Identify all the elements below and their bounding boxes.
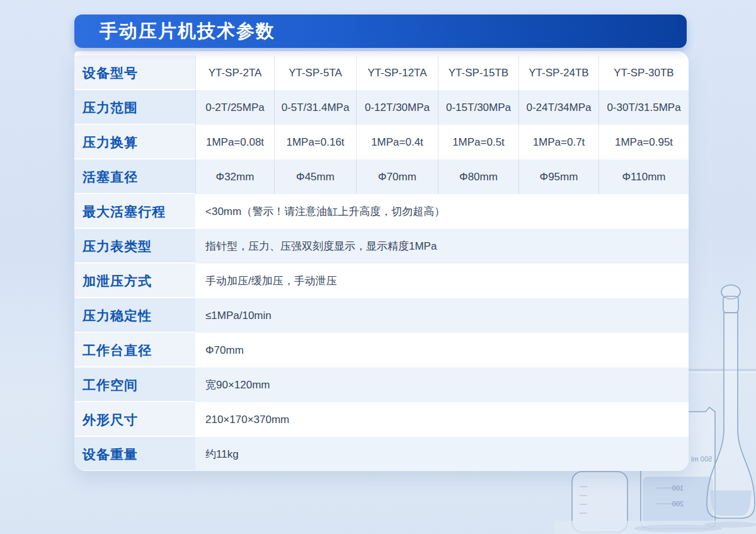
row-value: YT-SP-24TB (518, 55, 598, 90)
row-label: 设备型号 (74, 55, 195, 90)
row-label: 工作空间 (74, 368, 195, 402)
row-value: 1MPa=0.16t (274, 125, 356, 160)
row-value: 1MPa=0.4t (356, 125, 438, 160)
row-value: YT-SP-12TA (356, 55, 438, 90)
row-label: 压力稳定性 (74, 298, 195, 333)
row-label: 压力换算 (74, 125, 195, 160)
table-row-worktable-diameter: 工作台直径 Φ70mm (74, 333, 689, 368)
row-value: 1MPa=0.7t (518, 125, 598, 160)
row-value: 0-12T/30MPa (356, 90, 438, 125)
row-value: ≤1MPa/10min (195, 298, 689, 333)
row-value: 0-15T/30MPa (438, 90, 518, 125)
volumetric-flask-icon (707, 285, 755, 518)
row-value: 0-5T/31.4MPa (274, 90, 356, 125)
table-row-working-space: 工作空间 宽90×120mm (74, 368, 689, 402)
row-label: 压力表类型 (74, 229, 195, 264)
row-label: 活塞直径 (74, 160, 195, 194)
row-value: YT-SP-15TB (438, 55, 518, 90)
row-value: Φ45mm (274, 160, 356, 194)
table-row-gauge-type: 压力表类型 指针型，压力、压强双刻度显示，显示精度1MPa (74, 229, 689, 264)
row-value: 0-30T/31.5MPa (598, 90, 689, 125)
title-banner: 手动压片机技术参数 (74, 15, 687, 48)
row-value: 1MPa=0.08t (195, 125, 274, 160)
row-label: 最大活塞行程 (74, 194, 195, 229)
row-label: 加泄压方式 (74, 264, 195, 298)
table-row-device-weight: 设备重量 约11kg (74, 437, 689, 471)
row-value: YT-SP-2TA (195, 55, 274, 90)
row-label: 工作台直径 (74, 333, 195, 368)
row-value: <30mm（警示！请注意油缸上升高度，切勿超高） (195, 194, 689, 229)
table-row-piston-diameter: 活塞直径 Φ32mm Φ45mm Φ70mm Φ80mm Φ95mm Φ110m… (74, 160, 689, 194)
row-value: 210×170×370mm (195, 402, 689, 437)
table-row-pressure-conversion: 压力换算 1MPa=0.08t 1MPa=0.16t 1MPa=0.4t 1MP… (74, 125, 689, 160)
table-row-outer-dimensions: 外形尺寸 210×170×370mm (74, 402, 689, 437)
row-value: 指针型，压力、压强双刻度显示，显示精度1MPa (195, 229, 689, 264)
row-value: 0-24T/34MPa (518, 90, 598, 125)
spec-table-card: 设备型号 YT-SP-2TA YT-SP-5TA YT-SP-12TA YT-S… (74, 51, 689, 471)
row-value: YT-SP-30TB (598, 55, 689, 90)
table-row-pressure-range: 压力范围 0-2T/25MPa 0-5T/31.4MPa 0-12T/30MPa… (74, 90, 689, 125)
row-value: Φ70mm (356, 160, 438, 194)
table-row-pressure-stability: 压力稳定性 ≤1MPa/10min (74, 298, 689, 333)
row-value: 1MPa=0.5t (438, 125, 518, 160)
table-row-pressurize-method: 加泄压方式 手动加压/缓加压，手动泄压 (74, 264, 689, 298)
table-row-max-stroke: 最大活塞行程 <30mm（警示！请注意油缸上升高度，切勿超高） (74, 194, 689, 229)
row-value: 手动加压/缓加压，手动泄压 (195, 264, 689, 298)
beaker-volume-label: 500 ml (691, 455, 712, 463)
row-value: 宽90×120mm (195, 368, 689, 402)
row-value: Φ80mm (438, 160, 518, 194)
row-value: 1MPa=0.95t (598, 125, 689, 160)
table-row-model: 设备型号 YT-SP-2TA YT-SP-5TA YT-SP-12TA YT-S… (74, 55, 689, 90)
row-value: Φ110mm (598, 160, 689, 194)
row-value: 0-2T/25MPa (195, 90, 274, 125)
row-value: YT-SP-5TA (274, 55, 356, 90)
row-label: 设备重量 (74, 437, 195, 471)
row-value: Φ95mm (518, 160, 598, 194)
row-value: Φ32mm (195, 160, 274, 194)
row-value: 约11kg (195, 437, 689, 471)
glass-reflection (554, 521, 756, 534)
row-value: Φ70mm (195, 333, 689, 368)
page-title: 手动压片机技术参数 (100, 19, 275, 44)
row-label: 压力范围 (74, 90, 195, 125)
row-label: 外形尺寸 (74, 402, 195, 437)
